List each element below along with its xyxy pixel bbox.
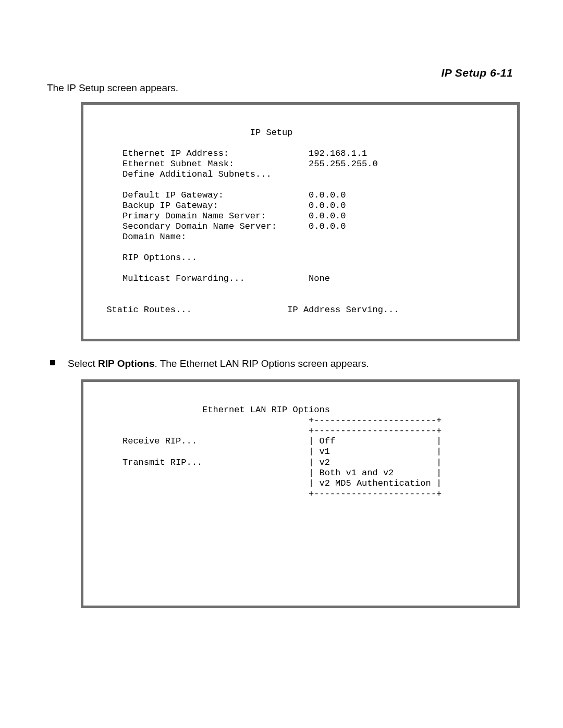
rip-option-both[interactable]: Both v1 and v2 bbox=[319, 468, 394, 478]
mcast-label: Multicast Forwarding... bbox=[123, 274, 245, 283]
eth-ip-label: Ethernet IP Address: bbox=[123, 149, 229, 158]
bak-gw-value[interactable]: 0.0.0.0 bbox=[309, 201, 346, 211]
rip-options-bold: RIP Options bbox=[98, 358, 154, 369]
intro-text: The IP Setup screen appears. bbox=[47, 81, 516, 95]
bullet-icon bbox=[50, 360, 55, 365]
screen-title: Ethernet LAN RIP Options bbox=[96, 405, 330, 415]
sec-dns-value[interactable]: 0.0.0.0 bbox=[309, 221, 346, 231]
rip-option-v1[interactable]: v1 bbox=[319, 447, 329, 456]
screen-title: IP Setup bbox=[96, 128, 292, 138]
rip-options-item[interactable]: RIP Options... bbox=[123, 253, 197, 263]
sec-dns-label: Secondary Domain Name Server: bbox=[123, 221, 277, 231]
domain-label: Domain Name: bbox=[123, 232, 186, 242]
page: IP Setup 6-11 The IP Setup screen appear… bbox=[0, 0, 563, 728]
ip-addr-serving-item[interactable]: IP Address Serving... bbox=[287, 305, 399, 315]
def-gw-label: Default IP Gateway: bbox=[123, 190, 224, 200]
static-routes-item[interactable]: Static Routes... bbox=[106, 305, 191, 315]
define-subnets-item[interactable]: Define Additional Subnets... bbox=[123, 169, 272, 179]
eth-mask-value[interactable]: 255.255.255.0 bbox=[309, 159, 378, 169]
def-gw-value[interactable]: 0.0.0.0 bbox=[309, 190, 346, 200]
eth-ip-value[interactable]: 192.168.1.1 bbox=[309, 149, 367, 158]
pri-dns-value[interactable]: 0.0.0.0 bbox=[309, 211, 346, 221]
rip-options-screen: Ethernet LAN RIP Options +--------------… bbox=[81, 379, 520, 608]
page-header: IP Setup 6-11 bbox=[47, 67, 516, 79]
pri-dns-label: Primary Domain Name Server: bbox=[123, 211, 266, 221]
eth-mask-label: Ethernet Subnet Mask: bbox=[123, 159, 234, 169]
instruction-text: Select RIP Options. The Ethernet LAN RIP… bbox=[68, 357, 369, 371]
rip-option-off[interactable]: Off bbox=[319, 436, 335, 446]
instruction-row: Select RIP Options. The Ethernet LAN RIP… bbox=[47, 357, 516, 371]
rip-option-md5[interactable]: v2 MD5 Authentication bbox=[319, 478, 431, 488]
mcast-value[interactable]: None bbox=[309, 274, 330, 283]
transmit-rip-item[interactable]: Transmit RIP... bbox=[123, 458, 202, 467]
bak-gw-label: Backup IP Gateway: bbox=[123, 201, 218, 211]
rip-option-v2[interactable]: v2 bbox=[319, 458, 329, 467]
ip-setup-screen: IP Setup Ethernet IP Address: 192.168.1.… bbox=[81, 102, 520, 341]
receive-rip-item[interactable]: Receive RIP... bbox=[123, 436, 197, 446]
